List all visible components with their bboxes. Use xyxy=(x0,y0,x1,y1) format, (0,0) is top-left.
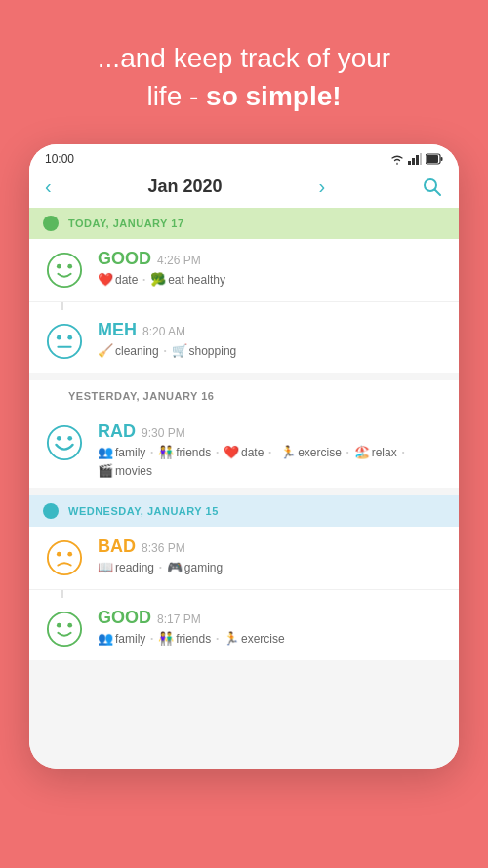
tag-exercise: 🏃 exercise xyxy=(280,445,342,459)
entry-divider xyxy=(61,302,63,310)
entry-mood-good: GOOD xyxy=(98,249,151,269)
entry-tags-rad: 👥 family • 👫 friends • ❤️ date xyxy=(98,445,445,478)
movies-icon: 🎬 xyxy=(98,463,113,478)
entry-divider-2 xyxy=(61,590,63,598)
svg-point-20 xyxy=(57,552,61,557)
entry-content-good: GOOD 4:26 PM ❤️ date • 🥦 eat healthy xyxy=(98,249,445,287)
today-label: TODAY, JANUARY 17 xyxy=(68,217,184,229)
tag-movies: 🎬 movies xyxy=(98,463,152,478)
svg-point-12 xyxy=(48,325,81,358)
tag-reading: 📖 reading xyxy=(98,560,154,574)
day-header-today: TODAY, JANUARY 17 xyxy=(29,208,459,239)
wifi-icon xyxy=(390,153,404,165)
entry-content-meh: MEH 8:20 AM 🧹 cleaning • 🛒 shopping xyxy=(98,320,445,358)
tag-cleaning: 🧹 cleaning xyxy=(98,343,159,358)
heart-icon-2: ❤️ xyxy=(224,445,239,459)
tag-date-label: date xyxy=(115,273,138,287)
day-section-today: TODAY, JANUARY 17 GOOD 4:26 PM xyxy=(29,208,459,373)
entry-time-bad: 8:36 PM xyxy=(142,541,185,555)
yesterday-spacer xyxy=(43,388,59,404)
entry-tags-meh: 🧹 cleaning • 🛒 shopping xyxy=(98,343,445,358)
svg-point-17 xyxy=(57,436,61,441)
svg-point-18 xyxy=(67,436,72,441)
tag-friends2-label: friends xyxy=(176,632,211,646)
mood-icon-rad xyxy=(43,421,86,464)
mood-icon-good-2 xyxy=(43,608,86,651)
svg-rect-1 xyxy=(412,158,415,165)
friends-icon-2: 👫 xyxy=(158,631,174,646)
tag-reading-label: reading xyxy=(115,561,154,574)
entry-content-good-2: GOOD 8:17 PM 👥 family • 👫 friends xyxy=(98,608,445,646)
scroll-area[interactable]: TODAY, JANUARY 17 GOOD 4:26 PM xyxy=(29,208,459,769)
signal-icon xyxy=(408,153,422,165)
entry-bad-wednesday: BAD 8:36 PM 📖 reading • 🎮 gaming xyxy=(29,527,459,590)
day-section-yesterday: YESTERDAY, JANUARY 16 RAD 9:30 PM xyxy=(29,380,459,488)
status-bar: 10:00 xyxy=(29,144,459,170)
entry-good-today: GOOD 4:26 PM ❤️ date • 🥦 eat healthy xyxy=(29,239,459,302)
tag-separator: • xyxy=(142,275,145,284)
entry-time-good-2: 8:17 PM xyxy=(157,612,201,626)
family-icon-2: 👥 xyxy=(98,631,113,646)
svg-point-11 xyxy=(67,264,72,269)
svg-point-21 xyxy=(67,552,72,557)
svg-rect-3 xyxy=(420,153,422,165)
day-header-yesterday: YESTERDAY, JANUARY 16 xyxy=(29,380,459,412)
search-icon[interactable] xyxy=(422,177,443,198)
tag-eat-healthy: 🥦 eat healthy xyxy=(150,272,225,287)
entry-time-meh: 8:20 AM xyxy=(142,325,185,338)
yesterday-label: YESTERDAY, JANUARY 16 xyxy=(68,390,214,402)
wednesday-label: WEDNESDAY, JANUARY 15 xyxy=(68,505,219,517)
header-line2: life - so simple! xyxy=(98,77,390,115)
exercise-icon-2: 🏃 xyxy=(224,631,239,646)
tag-date: ❤️ date xyxy=(98,272,138,287)
relax-icon: 🏖️ xyxy=(354,445,370,459)
svg-point-24 xyxy=(67,623,72,628)
tag-exercise-label: exercise xyxy=(298,446,342,459)
tag-shopping-label: shopping xyxy=(189,344,237,358)
entry-meh-today: MEH 8:20 AM 🧹 cleaning • 🛒 shopping xyxy=(29,310,459,373)
today-dot xyxy=(43,216,59,231)
entry-time-rad: 9:30 PM xyxy=(142,426,185,440)
svg-rect-2 xyxy=(416,155,419,165)
tag-date2-label: date xyxy=(241,446,264,459)
tag-friends: 👫 friends xyxy=(158,445,211,459)
svg-point-13 xyxy=(57,335,61,340)
header-section: ...and keep track of your life - so simp… xyxy=(68,0,420,144)
mood-icon-good xyxy=(43,249,86,292)
svg-line-8 xyxy=(434,189,440,195)
food-icon: 🥦 xyxy=(150,272,166,287)
day-header-wednesday: WEDNESDAY, JANUARY 15 xyxy=(29,495,459,527)
svg-rect-6 xyxy=(441,157,443,161)
entry-mood-good-2: GOOD xyxy=(98,608,151,628)
status-icons xyxy=(390,153,443,165)
tag-family-2: 👥 family xyxy=(98,631,145,646)
tag-shopping: 🛒 shopping xyxy=(172,343,237,358)
entry-good-wednesday: GOOD 8:17 PM 👥 family • 👫 friends xyxy=(29,598,459,660)
nav-next-button[interactable]: › xyxy=(318,176,325,198)
wednesday-dot xyxy=(43,503,59,519)
broom-icon: 🧹 xyxy=(98,343,113,358)
svg-point-9 xyxy=(48,254,81,287)
nav-prev-button[interactable]: ‹ xyxy=(45,176,52,198)
tag-family2-label: family xyxy=(115,632,145,646)
svg-rect-5 xyxy=(427,155,438,163)
entry-rad-yesterday: RAD 9:30 PM 👥 family • 👫 friends xyxy=(29,412,459,488)
svg-point-16 xyxy=(48,426,81,459)
entry-title-row-good: GOOD 4:26 PM xyxy=(98,249,445,269)
tag-gaming: 🎮 gaming xyxy=(167,560,223,574)
tag-separator-2: • xyxy=(164,346,167,355)
gaming-icon: 🎮 xyxy=(167,560,183,574)
day-section-wednesday: WEDNESDAY, JANUARY 15 BAD 8:36 PM xyxy=(29,495,459,660)
tag-movies-label: movies xyxy=(115,464,152,478)
status-time: 10:00 xyxy=(45,152,74,166)
heart-icon: ❤️ xyxy=(98,272,113,287)
tag-family-label: family xyxy=(115,446,145,459)
family-icon: 👥 xyxy=(98,445,113,459)
mood-icon-bad xyxy=(43,536,86,579)
nav-title: Jan 2020 xyxy=(148,177,223,197)
entry-mood-rad: RAD xyxy=(98,421,136,442)
tag-date2: ❤️ date xyxy=(224,445,264,459)
entry-mood-bad: BAD xyxy=(98,536,136,557)
svg-point-10 xyxy=(57,264,61,269)
tag-friends-2: 👫 friends xyxy=(158,631,211,646)
